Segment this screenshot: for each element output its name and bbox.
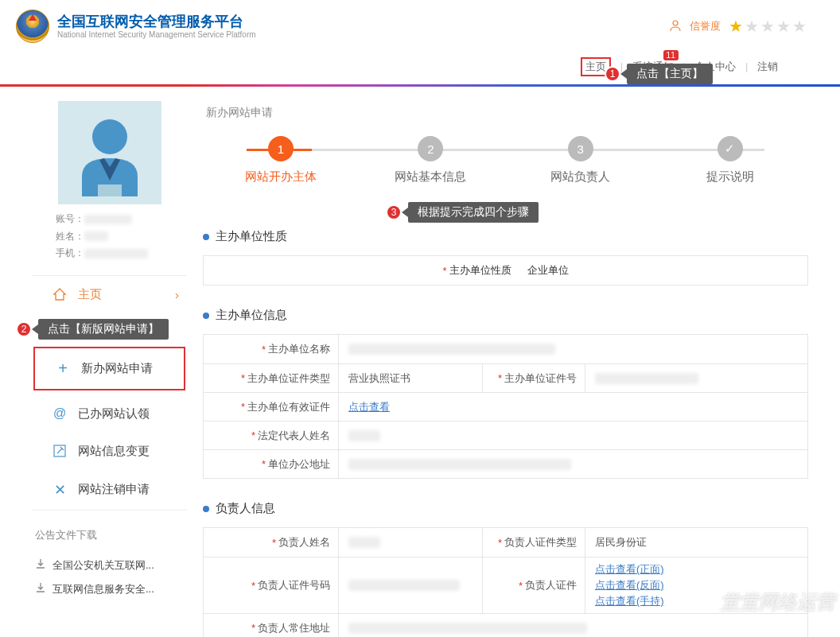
download-item-1[interactable]: 全国公安机关互联网... — [32, 553, 187, 577]
annotation-badge-3: 3 — [386, 204, 402, 220]
downloads-title: 公告文件下载 — [32, 528, 187, 542]
top-nav: 主页 | 系统通知 11 | 个人中心 | 注销 1 点击【主页】 — [0, 52, 840, 84]
unit-cert-type-value: 营业执照证书 — [339, 364, 482, 392]
annotation-badge-2: 2 — [16, 321, 32, 337]
police-badge-icon — [16, 10, 49, 43]
view-cert-back-link[interactable]: 点击查看(反面) — [595, 578, 664, 592]
unit-nature-value: 企业单位 — [527, 263, 569, 278]
office-address-value — [339, 450, 807, 478]
step-2[interactable]: 2 网站基本信息 — [375, 136, 486, 184]
credit-label: 信誉度 — [690, 19, 721, 33]
edit-icon — [52, 445, 67, 457]
view-cert-link[interactable]: 点击查看 — [348, 400, 390, 414]
section-owner-info-title: 负责人信息 — [203, 501, 808, 516]
view-cert-hold-link[interactable]: 点击查看(手持) — [595, 594, 664, 608]
rating-stars: ★★★★★ — [729, 17, 808, 36]
sidebar-change[interactable]: 网站信息变更 — [32, 433, 187, 470]
sidebar-cancel[interactable]: ✕ 网站注销申请 — [32, 470, 187, 510]
section-unit-nature-title: 主办单位性质 — [203, 229, 808, 244]
annotation-badge-1: 1 — [605, 66, 620, 82]
home-icon — [52, 287, 67, 301]
download-item-2[interactable]: 互联网信息服务安全... — [32, 577, 187, 601]
view-cert-front-link[interactable]: 点击查看(正面) — [595, 562, 664, 577]
sidebar-home[interactable]: 主页 › — [32, 276, 187, 313]
owner-cert-type-value: 居民身份证 — [585, 528, 807, 557]
owner-cert-no-value — [339, 557, 482, 613]
section-unit-info-title: 主办单位信息 — [203, 308, 808, 323]
site-title: 全国互联网安全管理服务平台 — [57, 14, 256, 31]
legal-rep-value — [339, 421, 807, 449]
close-icon: ✕ — [52, 481, 67, 499]
annotation-text-1: 点击【主页】 — [627, 64, 713, 84]
step-4[interactable]: ✓ 提示说明 — [675, 136, 786, 184]
unit-nature-label: 主办单位性质 — [449, 263, 511, 278]
plus-icon: + — [56, 359, 70, 378]
svg-point-0 — [673, 21, 678, 25]
at-icon: @ — [52, 406, 67, 421]
watermark: 堂堂网络运营 — [689, 589, 835, 615]
notice-badge: 11 — [663, 50, 679, 60]
user-avatar — [58, 101, 161, 204]
annotation-text-2: 点击【新版网站申请】 — [38, 319, 169, 340]
step-1[interactable]: 1 网站开办主体 — [225, 136, 336, 184]
svg-rect-2 — [98, 184, 122, 196]
owner-address-value — [339, 614, 807, 637]
owner-name-value — [339, 528, 482, 557]
download-icon — [35, 582, 46, 596]
chevron-right-icon: › — [175, 288, 179, 301]
unit-cert-no-value — [585, 364, 807, 392]
stepper: 1 网站开办主体 2 网站基本信息 3 网站负责人 ✓ 提示说明 — [203, 133, 808, 192]
user-meta: 账号： 姓名： 手机： — [32, 204, 187, 262]
sidebar-claimed[interactable]: @ 已办网站认领 — [32, 395, 187, 433]
nav-logout[interactable]: 注销 — [757, 60, 778, 74]
user-icon — [669, 19, 682, 34]
annotation-text-3: 根据提示完成四个步骤 — [408, 202, 539, 223]
sidebar-new-site[interactable]: + 新办网站申请 — [33, 347, 185, 390]
site-logo-area: 全国互联网安全管理服务平台 National Internet Security… — [16, 10, 256, 43]
site-subtitle: National Internet Security Management Se… — [57, 30, 256, 39]
svg-point-1 — [92, 119, 127, 154]
unit-name-value — [339, 335, 807, 363]
step-3[interactable]: 3 网站负责人 — [525, 136, 636, 184]
download-icon — [35, 558, 46, 572]
page-title: 新办网站申请 — [203, 101, 808, 133]
wechat-icon — [689, 591, 716, 613]
